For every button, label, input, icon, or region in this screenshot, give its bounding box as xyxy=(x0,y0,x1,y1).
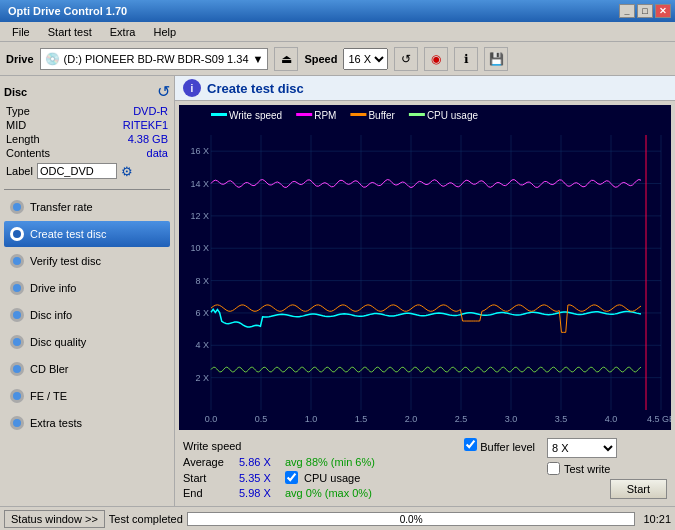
nav-dot-fe-te xyxy=(10,389,24,403)
erase-button[interactable]: ◉ xyxy=(424,47,448,71)
sidebar-item-transfer-rate[interactable]: Transfer rate xyxy=(4,194,170,220)
label-input[interactable] xyxy=(37,163,117,179)
eject-button[interactable]: ⏏ xyxy=(274,47,298,71)
content-header: i Create test disc xyxy=(175,76,675,101)
nav-dot-cd-bler xyxy=(10,362,24,376)
nav-dot-drive-info xyxy=(10,281,24,295)
sidebar-item-fe-te[interactable]: FE / TE xyxy=(4,383,170,409)
contents-val: data xyxy=(147,147,168,159)
sidebar-item-verify-test-disc[interactable]: Verify test disc xyxy=(4,248,170,274)
nav-label-disc-info: Disc info xyxy=(30,309,72,321)
type-val: DVD-R xyxy=(133,105,168,117)
average-extra: avg 88% (min 6%) xyxy=(285,456,375,468)
cpu-usage-checkbox[interactable] xyxy=(285,471,298,484)
nav-label-cd-bler: CD Bler xyxy=(30,363,69,375)
average-value: 5.86 X xyxy=(239,456,279,468)
content-title: Create test disc xyxy=(207,81,304,96)
status-time: 10:21 xyxy=(643,513,671,525)
mid-val: RITEKF1 xyxy=(123,119,168,131)
nav-label-drive-info: Drive info xyxy=(30,282,76,294)
mid-key: MID xyxy=(6,119,26,131)
test-write-checkbox[interactable] xyxy=(547,462,560,475)
menu-help[interactable]: Help xyxy=(145,24,184,40)
info-button[interactable]: ℹ xyxy=(454,47,478,71)
refresh-button[interactable]: ↺ xyxy=(394,47,418,71)
test-write-row: Test write xyxy=(547,462,667,475)
end-label: End xyxy=(183,487,233,499)
start-value: 5.35 X xyxy=(239,472,279,484)
title-buttons: _ □ ✕ xyxy=(619,4,671,18)
nav-label-create-test-disc: Create test disc xyxy=(30,228,106,240)
test-write-label: Test write xyxy=(564,463,610,475)
menu-extra[interactable]: Extra xyxy=(102,24,144,40)
start-button[interactable]: Start xyxy=(610,479,667,499)
end-extra: avg 0% (max 0%) xyxy=(285,487,372,499)
write-speed-dropdown[interactable]: 8 X 12 X 16 X xyxy=(547,438,617,458)
main-layout: Disc ↺ Type DVD-R MID RITEKF1 Length 4.3… xyxy=(0,76,675,506)
length-key: Length xyxy=(6,133,40,145)
nav-label-fe-te: FE / TE xyxy=(30,390,67,402)
content-area: i Create test disc Write speed Buffer le… xyxy=(175,76,675,506)
menu-start-test[interactable]: Start test xyxy=(40,24,100,40)
label-key: Label xyxy=(6,165,33,177)
start-row: Start 5.35 X CPU usage xyxy=(183,471,539,484)
status-progress-bar: 0.0% xyxy=(187,512,636,526)
drive-label: Drive xyxy=(6,53,34,65)
menu-file[interactable]: File xyxy=(4,24,38,40)
sidebar: Disc ↺ Type DVD-R MID RITEKF1 Length 4.3… xyxy=(0,76,175,506)
disc-header: Disc ↺ xyxy=(4,82,170,101)
cpu-usage-label: CPU usage xyxy=(304,472,360,484)
label-edit-icon[interactable]: ⚙ xyxy=(121,164,133,179)
sidebar-item-cd-bler[interactable]: CD Bler xyxy=(4,356,170,382)
chart-canvas xyxy=(179,105,671,430)
maximize-button[interactable]: □ xyxy=(637,4,653,18)
nav-dot-disc-info xyxy=(10,308,24,322)
type-key: Type xyxy=(6,105,30,117)
nav-label-extra-tests: Extra tests xyxy=(30,417,82,429)
disc-title: Disc xyxy=(4,86,27,98)
end-value: 5.98 X xyxy=(239,487,279,499)
average-row: Average 5.86 X avg 88% (min 6%) xyxy=(183,456,539,468)
speed-selector[interactable]: 8 X 12 X 16 X Max xyxy=(343,48,388,70)
title-text: Opti Drive Control 1.70 xyxy=(8,5,127,17)
status-bar: Status window >> Test completed 0.0% 10:… xyxy=(0,506,675,530)
speed-control: 8 X 12 X 16 X xyxy=(547,438,667,458)
nav-dot-create-test-disc xyxy=(10,227,24,241)
close-button[interactable]: ✕ xyxy=(655,4,671,18)
disc-refresh-icon[interactable]: ↺ xyxy=(157,82,170,101)
sidebar-item-disc-info[interactable]: Disc info xyxy=(4,302,170,328)
nav-label-verify-test-disc: Verify test disc xyxy=(30,255,101,267)
controls-section: 8 X 12 X 16 X Test write Start xyxy=(547,438,667,499)
length-val: 4.38 GB xyxy=(128,133,168,145)
disc-section: Disc ↺ Type DVD-R MID RITEKF1 Length 4.3… xyxy=(4,82,170,181)
title-bar: Opti Drive Control 1.70 _ □ ✕ xyxy=(0,0,675,22)
speed-dropdown[interactable]: 8 X 12 X 16 X Max xyxy=(343,48,388,70)
sidebar-divider xyxy=(4,189,170,190)
menu-bar: File Start test Extra Help xyxy=(0,22,675,42)
nav-dot-transfer-rate xyxy=(10,200,24,214)
progress-text: 0.0% xyxy=(400,514,423,525)
contents-key: Contents xyxy=(6,147,50,159)
chart-container xyxy=(179,105,671,430)
write-speed-row: Write speed Buffer level xyxy=(183,438,539,453)
buffer-level-label: Buffer level xyxy=(480,441,535,453)
status-window-button[interactable]: Status window >> xyxy=(4,510,105,528)
sidebar-item-drive-info[interactable]: Drive info xyxy=(4,275,170,301)
disc-mid-row: MID RITEKF1 xyxy=(4,119,170,131)
sidebar-item-disc-quality[interactable]: Disc quality xyxy=(4,329,170,355)
start-label: Start xyxy=(183,472,233,484)
save-button[interactable]: 💾 xyxy=(484,47,508,71)
buffer-level-checkbox[interactable] xyxy=(464,438,477,451)
nav-dot-disc-quality xyxy=(10,335,24,349)
sidebar-item-extra-tests[interactable]: Extra tests xyxy=(4,410,170,436)
minimize-button[interactable]: _ xyxy=(619,4,635,18)
content-header-icon: i xyxy=(183,79,201,97)
drive-selector[interactable]: 💿 (D:) PIONEER BD-RW BDR-S09 1.34 ▼ xyxy=(40,48,269,70)
disc-type-row: Type DVD-R xyxy=(4,105,170,117)
test-completed-text: Test completed xyxy=(109,513,183,525)
bottom-controls: Write speed Buffer level Average 5.86 X … xyxy=(175,434,675,506)
sidebar-item-create-test-disc[interactable]: Create test disc xyxy=(4,221,170,247)
end-row: End 5.98 X avg 0% (max 0%) xyxy=(183,487,539,499)
stats-section: Write speed Buffer level Average 5.86 X … xyxy=(183,438,539,502)
toolbar: Drive 💿 (D:) PIONEER BD-RW BDR-S09 1.34 … xyxy=(0,42,675,76)
